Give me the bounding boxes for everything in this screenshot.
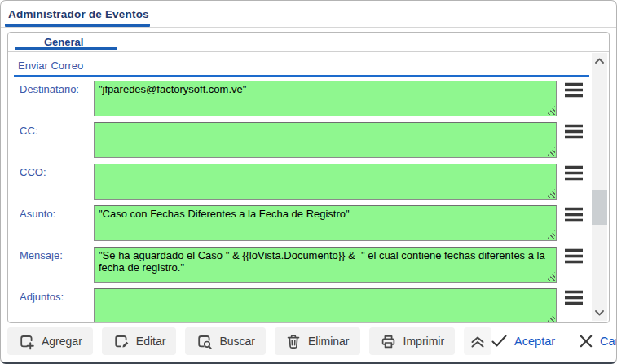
cco-expression-button[interactable] — [565, 165, 583, 181]
aceptar-button[interactable]: Aceptar — [491, 335, 555, 348]
header-divider — [1, 27, 616, 28]
field-row-mensaje: Mensaje: "Se ha aguardado el Caso " & {{… — [12, 247, 589, 283]
tab-accent-bar — [15, 47, 117, 50]
imprimir-label: Imprimir — [403, 335, 445, 348]
aceptar-label: Aceptar — [514, 335, 555, 348]
chevron-down-icon — [595, 310, 604, 316]
menu-lines-icon — [565, 248, 583, 264]
event-manager-window: Administrador de Eventos General Enviar … — [0, 0, 617, 364]
field-textarea-wrap: "Caso con Fechas Diferentes a la Fecha d… — [94, 205, 557, 241]
destinatario-expression-button[interactable] — [565, 82, 583, 98]
field-row-asunto: Asunto: "Caso con Fechas Diferentes a la… — [12, 205, 589, 241]
collapse-toolbar-button[interactable] — [464, 327, 491, 355]
tab-bar: General — [8, 33, 609, 52]
field-textarea-wrap: "Se ha aguardado el Caso " & {{loVista.D… — [94, 247, 557, 283]
editar-button[interactable]: Editar — [102, 327, 177, 355]
field-label: CC: — [12, 122, 94, 137]
add-square-icon — [18, 333, 35, 350]
cancelar-button[interactable]: Cancelar — [580, 335, 617, 348]
field-rows: Destinatario: "jfparedes@factorysoft.com… — [12, 81, 589, 322]
chevron-up-icon — [595, 58, 604, 64]
asunto-textarea[interactable]: "Caso con Fechas Diferentes a la Fecha d… — [94, 205, 557, 241]
trash-icon — [285, 333, 302, 350]
general-panel: General Enviar Correo Destinatario: "jfp… — [7, 32, 610, 323]
scrollbar-thumb[interactable] — [592, 190, 607, 225]
menu-lines-icon — [565, 82, 583, 98]
mensaje-textarea[interactable]: "Se ha aguardado el Caso " & {{loVista.D… — [94, 247, 557, 283]
menu-lines-icon — [565, 207, 583, 222]
asunto-expression-button[interactable] — [565, 207, 583, 222]
header-rule — [1, 24, 616, 28]
cco-textarea[interactable] — [94, 164, 557, 200]
cc-expression-button[interactable] — [565, 124, 583, 139]
field-row-cc: CC: — [12, 122, 589, 158]
form-content: Enviar Correo Destinatario: "jfparedes@f… — [8, 53, 589, 322]
section-rule — [14, 75, 589, 77]
check-icon — [491, 335, 507, 348]
buscar-label: Buscar — [219, 335, 255, 348]
field-row-adjuntos: Adjuntos: — [12, 288, 589, 322]
printer-icon — [380, 333, 397, 350]
field-label: CCO: — [12, 164, 94, 178]
field-label: Asunto: — [12, 205, 94, 220]
section-title: Enviar Correo — [18, 59, 589, 72]
scroll-up-button[interactable] — [592, 54, 607, 68]
field-row-destinatario: Destinatario: "jfparedes@factorysoft.com… — [12, 81, 589, 116]
field-label: Mensaje: — [12, 247, 94, 261]
cancelar-label: Cancelar — [600, 335, 617, 348]
agregar-button[interactable]: Agregar — [7, 327, 93, 355]
vertical-scrollbar[interactable] — [592, 53, 607, 321]
field-textarea-wrap — [94, 122, 557, 158]
field-label: Adjuntos: — [12, 288, 94, 303]
buscar-button[interactable]: Buscar — [185, 327, 266, 355]
field-label: Destinatario: — [12, 81, 94, 95]
double-chevron-up-icon — [469, 332, 487, 350]
field-row-cco: CCO: — [12, 164, 589, 200]
edit-square-icon — [112, 333, 130, 350]
menu-lines-icon — [565, 290, 583, 305]
imprimir-button[interactable]: Imprimir — [369, 327, 456, 355]
cc-textarea[interactable] — [94, 122, 557, 158]
agregar-label: Agregar — [42, 335, 82, 348]
field-textarea-wrap: "jfparedes@factorysoft.com.ve" — [94, 81, 557, 116]
menu-lines-icon — [565, 124, 583, 139]
editar-label: Editar — [136, 335, 166, 348]
menu-lines-icon — [565, 165, 583, 181]
window-title: Administrador de Eventos — [8, 8, 616, 20]
scroll-down-button[interactable] — [592, 306, 607, 320]
x-mark-icon — [580, 335, 593, 348]
eliminar-button[interactable]: Eliminar — [275, 327, 360, 355]
eliminar-label: Eliminar — [308, 335, 350, 348]
destinatario-textarea[interactable]: "jfparedes@factorysoft.com.ve" — [94, 81, 557, 116]
title-accent-bar — [5, 24, 150, 27]
adjuntos-expression-button[interactable] — [565, 290, 583, 305]
field-textarea-wrap — [94, 288, 557, 322]
search-square-icon — [196, 333, 213, 350]
bottom-toolbar: Agregar Editar Buscar — [1, 322, 616, 362]
adjuntos-textarea[interactable] — [94, 288, 557, 322]
field-textarea-wrap — [94, 164, 557, 200]
mensaje-expression-button[interactable] — [565, 248, 583, 264]
tab-general[interactable]: General — [44, 36, 83, 48]
